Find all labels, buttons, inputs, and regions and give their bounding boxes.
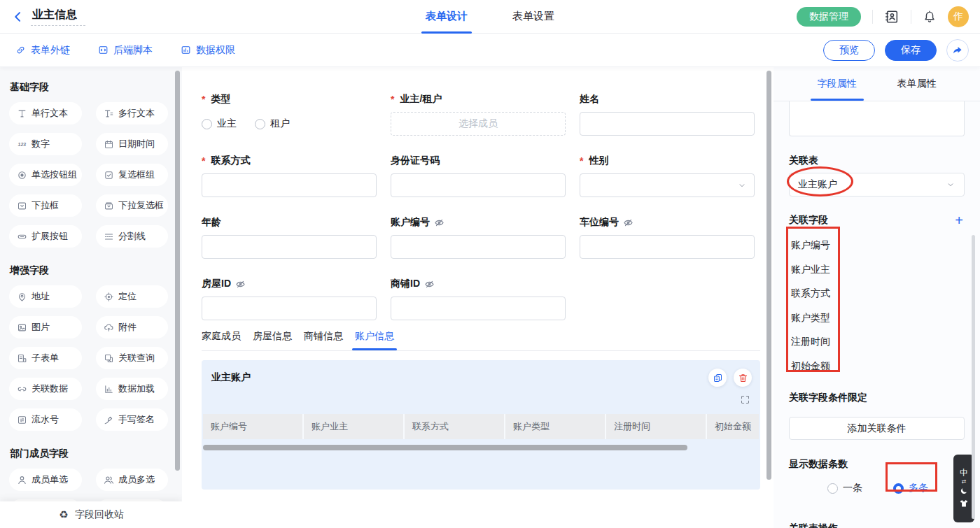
select-input[interactable] [580,173,755,197]
text-input[interactable] [391,173,566,197]
field-contact[interactable]: 联系方式 [202,154,377,197]
tab-form-settings[interactable]: 表单设置 [512,0,554,34]
text-input[interactable] [202,235,377,259]
tab-form-design[interactable]: 表单设计 [426,0,468,34]
text-input[interactable] [580,235,755,259]
field-type-label: 地址 [31,290,50,303]
link-label: 表单外链 [31,44,70,57]
field-type-locate[interactable]: 定位 [96,285,168,308]
field-type-number[interactable]: 123数字 [9,133,82,155]
text-input[interactable] [202,297,377,320]
related-field-item[interactable]: 账户编号 [774,233,980,257]
delete-button[interactable] [734,369,752,387]
field-recycle-bin[interactable]: ♻ 字段回收站 [0,501,182,528]
radio-circle-checked[interactable] [893,483,904,494]
radio-multiple-records[interactable]: 多条 [893,482,928,494]
avatar[interactable]: 作 [948,6,969,27]
field-shop-id[interactable]: 商铺ID [391,277,566,320]
related-field-item[interactable]: 账户类型 [774,306,980,330]
related-field-item[interactable]: 初始金额 [774,354,980,378]
horizontal-scrollbar[interactable] [203,445,687,450]
tab-house-info[interactable]: 房屋信息 [253,330,292,343]
field-owner-tenant[interactable]: 业主/租户 选择成员 [391,92,566,136]
field-type-data-load[interactable]: 数据加载 [96,378,168,400]
field-type-member-multi[interactable]: 成员多选 [96,469,168,491]
extend-button-icon [17,231,27,242]
dark-mode-moon-icon[interactable] [959,487,969,497]
add-condition-button[interactable]: 添加关联条件 [789,417,965,440]
data-permission-link[interactable]: 数据权限 [181,44,235,57]
field-name[interactable]: 姓名 [580,92,755,136]
field-type-label: 扩展按钮 [31,230,68,243]
field-parking-no[interactable]: 车位编号 [580,215,755,259]
field-type-multi-line-text[interactable]: 多行文本 [96,102,168,124]
tab-account-info[interactable]: 账户信息 [355,330,394,343]
field-type-divider-line[interactable]: 分割线 [96,225,168,248]
backend-script-link[interactable]: 后端脚本 [98,44,153,57]
related-table-select[interactable]: 业主账户 [789,173,965,197]
form-external-link[interactable]: 表单外链 [15,44,70,57]
field-id-number[interactable]: 身份证号码 [391,154,566,197]
field-account-no[interactable]: 账户编号 [391,215,566,259]
member-picker[interactable]: 选择成员 [391,112,566,136]
radio-circle[interactable] [255,119,265,129]
radio-circle[interactable] [827,483,838,494]
owner-account-subform[interactable]: 业主账户 账户编号账户业主联系方式账户类型注册时间初始金额 [202,360,760,490]
field-type-image[interactable]: 图片 [9,316,82,338]
field-type-address[interactable]: 地址 [9,285,82,308]
save-button[interactable]: 保存 [885,40,937,61]
text-input[interactable] [580,112,755,136]
canvas-scrollbar[interactable] [766,71,771,480]
field-type-serial-number[interactable]: 流水号 [9,408,82,431]
related-field-item[interactable]: 注册时间 [774,329,980,354]
preview-button[interactable]: 预览 [823,40,875,61]
back-icon[interactable] [11,10,25,24]
field-type-radio-group[interactable]: 单选按钮组 [9,164,82,186]
radio-circle[interactable] [202,119,212,129]
field-age[interactable]: 年龄 [202,215,377,259]
field-type-subform[interactable]: 子表单 [9,347,82,369]
field-type-related-data[interactable]: 关联数据 [9,378,82,400]
sidebar-scrollbar[interactable] [175,71,180,471]
field-type[interactable]: 类型 业主 租户 [202,92,377,136]
radio-tenant[interactable]: 租户 [255,117,290,130]
field-type-datetime[interactable]: 日期时间 [96,133,168,155]
cropped-input[interactable] [789,101,965,136]
tab-shop-info[interactable]: 商铺信息 [304,330,343,343]
language-toggle-icon[interactable]: 中 [960,469,968,477]
field-type-dropdown[interactable]: 下拉框 [9,194,82,217]
text-input[interactable] [391,235,566,259]
field-house-id[interactable]: 房屋ID [202,277,377,320]
tab-field-properties[interactable]: 字段属性 [818,67,857,101]
expand-icon[interactable] [740,394,750,405]
text-input[interactable] [391,297,566,320]
related-field-item[interactable]: 联系方式 [774,281,980,306]
field-type-extend-button[interactable]: 扩展按钮 [9,225,82,248]
field-type-signature[interactable]: 手写签名 [96,408,168,431]
field-type-checkbox-group[interactable]: 复选框组 [96,164,168,186]
field-type-single-line-text[interactable]: 单行文本 [9,102,82,124]
panel-scrollbar[interactable] [972,235,975,519]
tab-form-properties[interactable]: 表单属性 [897,67,937,101]
field-gender[interactable]: 性别 [580,154,755,197]
contact-book-icon[interactable] [884,9,899,24]
field-library-sidebar: 基础字段 单行文本多行文本123数字日期时间单选按钮组复选框组下拉框下拉复选框扩… [0,67,182,528]
tab-family-members[interactable]: 家庭成员 [202,330,241,343]
radio-one-record[interactable]: 一条 [827,482,862,494]
add-field-plus-icon[interactable]: + [955,213,963,227]
text-input[interactable] [202,173,377,197]
radio-owner[interactable]: 业主 [202,117,237,130]
copy-button[interactable] [708,369,727,387]
related-field-item[interactable]: 账户业主 [774,257,980,282]
field-type-related-query[interactable]: 关联查询 [96,347,168,369]
share-button[interactable] [946,39,969,62]
subform-icon [17,353,27,364]
field-type-label: 日期时间 [118,138,155,150]
notification-bell-icon[interactable] [923,10,937,24]
field-type-member-single[interactable]: 成员单选 [9,469,82,491]
data-manage-button[interactable]: 数据管理 [797,7,861,27]
field-type-dropdown-multi[interactable]: 下拉复选框 [96,194,168,217]
field-type-label: 下拉框 [31,199,59,212]
theme-shirt-icon[interactable] [959,499,969,508]
field-type-attachment[interactable]: 附件 [96,316,168,338]
